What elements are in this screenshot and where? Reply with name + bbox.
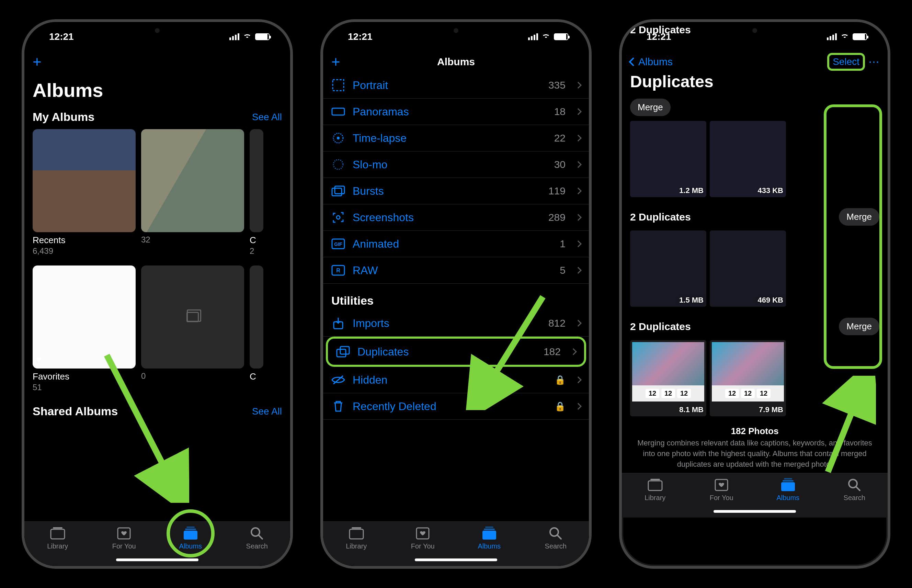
album-thumbnail: ♥ <box>32 265 136 368</box>
home-indicator[interactable] <box>713 510 796 513</box>
merge-button[interactable]: Merge <box>630 99 671 116</box>
album-recents[interactable]: Recents 6,439 <box>32 129 136 256</box>
svg-rect-34 <box>648 481 662 491</box>
svg-rect-39 <box>784 478 792 480</box>
media-type-icon <box>331 184 345 198</box>
chevron-right-icon <box>575 161 582 168</box>
page-title: Duplicates <box>622 72 888 94</box>
svg-rect-30 <box>485 527 494 528</box>
album-name: C <box>250 371 263 382</box>
tab-library[interactable]: Library <box>622 473 688 518</box>
media-type-icon: GIF <box>331 237 345 251</box>
media-type-label: Screenshots <box>353 211 541 224</box>
utility-label: Duplicates <box>357 346 536 358</box>
phone-albums-main: 12:21 + Albums My Albums See All Recents… <box>22 19 293 569</box>
duplicate-thumbnail[interactable]: 1212128.1 MB <box>630 340 706 416</box>
media-type-icon: R <box>331 263 345 277</box>
tab-library[interactable]: Library <box>24 522 91 566</box>
svg-rect-14 <box>335 186 344 194</box>
album-thumbnail <box>141 265 244 368</box>
battery-icon <box>255 33 270 40</box>
media-type-count: 30 <box>554 159 565 170</box>
tab-label: Albums <box>478 542 500 550</box>
media-type-row[interactable]: GIFAnimated1 <box>323 231 589 257</box>
tab-search[interactable]: Search <box>822 473 888 518</box>
album-partial[interactable]: C 2 <box>250 129 263 256</box>
svg-rect-1 <box>53 527 63 528</box>
duplicate-thumbnail[interactable]: 1212127.9 MB <box>710 340 786 416</box>
album-partial[interactable]: C <box>250 265 263 392</box>
see-all-button[interactable]: See All <box>252 406 282 417</box>
utility-icon <box>331 373 345 387</box>
media-type-row[interactable]: RRAW5 <box>323 257 589 284</box>
calendar-date: 12 <box>757 389 770 398</box>
tab-label: For You <box>112 542 136 550</box>
duplicate-group-title: 2 Duplicates <box>630 211 691 223</box>
chevron-right-icon <box>570 348 577 355</box>
file-size: 1.5 MB <box>679 296 704 305</box>
media-type-row[interactable]: Time-lapse22 <box>323 125 589 152</box>
wifi-icon <box>541 33 550 40</box>
svg-text:R: R <box>336 268 340 273</box>
utility-row-imports[interactable]: Imports812 <box>323 310 589 337</box>
more-button[interactable]: ⋯ <box>868 55 880 68</box>
add-button[interactable]: + <box>32 53 42 70</box>
svg-rect-35 <box>651 479 660 480</box>
heart-icon: ♥ <box>36 354 42 365</box>
media-type-row[interactable]: Portrait335 <box>323 72 589 99</box>
album-empty[interactable]: 0 <box>141 265 244 392</box>
duplicate-group-title: 2 Duplicates <box>630 321 691 333</box>
battery-icon <box>852 33 867 40</box>
library-icon <box>348 527 365 540</box>
duplicate-thumbnail[interactable]: 433 KB <box>710 121 786 197</box>
svg-rect-9 <box>333 80 344 90</box>
media-type-row[interactable]: Slo-mo30 <box>323 152 589 178</box>
duplicate-thumbnail[interactable]: 1.2 MB <box>630 121 706 197</box>
library-icon <box>50 527 66 540</box>
tab-label: Library <box>644 494 665 502</box>
media-type-row[interactable]: Screenshots289 <box>323 204 589 231</box>
wifi-icon <box>840 33 849 40</box>
tab-search[interactable]: Search <box>523 522 589 566</box>
highlight-circle <box>166 509 215 557</box>
media-type-label: Bursts <box>353 185 541 197</box>
front-camera <box>454 28 458 33</box>
utility-row-hidden[interactable]: Hidden🔒 <box>323 367 589 393</box>
merge-button[interactable]: Merge <box>839 208 880 226</box>
chevron-right-icon <box>575 376 582 383</box>
album-thumbnail <box>32 129 136 232</box>
album-unnamed[interactable]: 32 <box>141 129 244 256</box>
my-albums-header: My Albums <box>32 110 94 124</box>
media-type-icon <box>331 158 345 171</box>
media-type-label: Time-lapse <box>353 132 547 145</box>
file-size: 469 KB <box>757 296 783 305</box>
media-type-row[interactable]: Panoramas18 <box>323 99 589 125</box>
footer-count: 182 Photos <box>622 423 888 436</box>
tab-search[interactable]: Search <box>224 522 291 566</box>
tab-library[interactable]: Library <box>323 522 390 566</box>
home-indicator[interactable] <box>415 559 497 561</box>
select-button[interactable]: Select <box>827 53 865 71</box>
signal-icon <box>229 33 239 40</box>
see-all-button[interactable]: See All <box>252 111 282 123</box>
footer-text: Merging combines relevant data like capt… <box>622 436 888 473</box>
nav-title: Albums <box>437 56 475 68</box>
chevron-left-icon <box>629 57 637 66</box>
search-icon <box>249 527 265 540</box>
media-type-icon <box>331 210 345 224</box>
utility-row-recently-deleted[interactable]: Recently Deleted🔒 <box>323 393 589 420</box>
utility-row-duplicates[interactable]: Duplicates182 <box>326 337 586 367</box>
duplicate-thumbnail[interactable]: 1.5 MB <box>630 231 706 307</box>
album-favorites[interactable]: ♥ Favorites 51 <box>32 265 136 392</box>
svg-point-6 <box>251 528 260 536</box>
merge-button[interactable]: Merge <box>839 318 880 335</box>
tab-label: Library <box>346 542 367 550</box>
back-button[interactable]: Albums <box>630 56 673 68</box>
home-indicator[interactable] <box>116 559 199 561</box>
add-button[interactable]: + <box>331 53 340 70</box>
media-type-row[interactable]: Bursts119 <box>323 178 589 204</box>
duplicate-thumbnail[interactable]: 469 KB <box>710 231 786 307</box>
battery-icon <box>554 33 568 40</box>
media-type-count: 335 <box>548 79 565 91</box>
album-thumbnail <box>250 129 263 232</box>
